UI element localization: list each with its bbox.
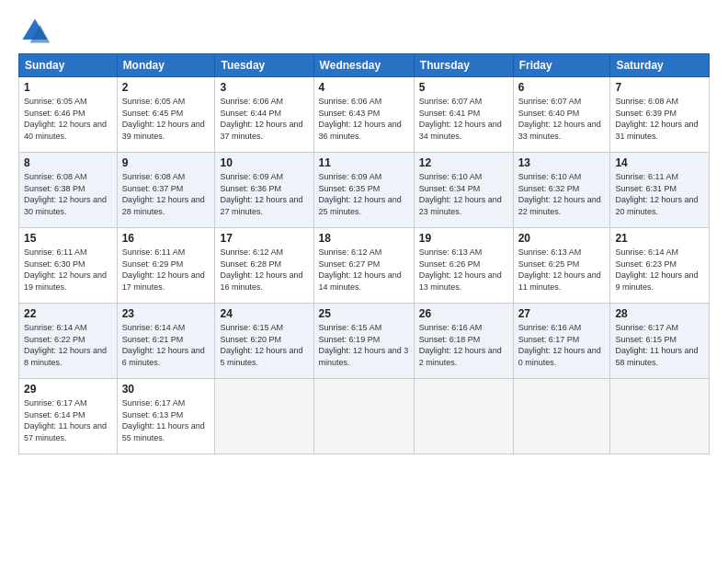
calendar-day-header: Wednesday — [313, 54, 414, 77]
calendar-day-cell: 4 Sunrise: 6:06 AMSunset: 6:43 PMDayligh… — [313, 77, 414, 153]
day-detail: Sunrise: 6:07 AMSunset: 6:41 PMDaylight:… — [419, 97, 502, 141]
calendar-day-cell: 20 Sunrise: 6:13 AMSunset: 6:25 PMDaylig… — [513, 228, 610, 304]
day-number: 15 — [24, 232, 112, 245]
day-number: 5 — [419, 81, 508, 94]
calendar-week-row: 8 Sunrise: 6:08 AMSunset: 6:38 PMDayligh… — [19, 153, 710, 228]
calendar-day-header: Monday — [117, 54, 215, 77]
day-number: 20 — [518, 232, 606, 245]
calendar-day-cell: 6 Sunrise: 6:07 AMSunset: 6:40 PMDayligh… — [513, 77, 610, 153]
day-number: 23 — [122, 307, 210, 320]
day-number: 28 — [615, 307, 704, 320]
day-detail: Sunrise: 6:16 AMSunset: 6:18 PMDaylight:… — [419, 323, 502, 367]
day-number: 17 — [220, 232, 308, 245]
calendar-day-cell: 16 Sunrise: 6:11 AMSunset: 6:29 PMDaylig… — [117, 228, 215, 304]
day-number: 7 — [615, 81, 704, 94]
calendar-day-cell: 29 Sunrise: 6:17 AMSunset: 6:14 PMDaylig… — [19, 379, 118, 454]
day-number: 27 — [518, 307, 606, 320]
day-detail: Sunrise: 6:09 AMSunset: 6:36 PMDaylight:… — [220, 172, 302, 216]
calendar-day-cell: 2 Sunrise: 6:05 AMSunset: 6:45 PMDayligh… — [117, 77, 215, 153]
calendar-day-cell: 27 Sunrise: 6:16 AMSunset: 6:17 PMDaylig… — [513, 304, 610, 379]
day-number: 9 — [122, 156, 210, 169]
day-number: 18 — [319, 232, 409, 245]
calendar-day-cell: 9 Sunrise: 6:08 AMSunset: 6:37 PMDayligh… — [117, 153, 215, 228]
calendar-day-cell: 21 Sunrise: 6:14 AMSunset: 6:23 PMDaylig… — [610, 228, 710, 304]
day-number: 1 — [24, 81, 112, 94]
calendar-day-cell: 22 Sunrise: 6:14 AMSunset: 6:22 PMDaylig… — [19, 304, 118, 379]
day-number: 16 — [122, 232, 210, 245]
page: SundayMondayTuesdayWednesdayThursdayFrid… — [0, 0, 728, 563]
day-detail: Sunrise: 6:10 AMSunset: 6:34 PMDaylight:… — [419, 172, 502, 216]
calendar-day-cell: 15 Sunrise: 6:11 AMSunset: 6:30 PMDaylig… — [19, 228, 118, 304]
day-detail: Sunrise: 6:10 AMSunset: 6:32 PMDaylight:… — [518, 172, 601, 216]
calendar-day-cell: 23 Sunrise: 6:14 AMSunset: 6:21 PMDaylig… — [117, 304, 215, 379]
day-number: 22 — [24, 307, 112, 320]
calendar-day-cell: 30 Sunrise: 6:17 AMSunset: 6:13 PMDaylig… — [117, 379, 215, 454]
calendar-day-cell: 10 Sunrise: 6:09 AMSunset: 6:36 PMDaylig… — [215, 153, 313, 228]
calendar-day-cell: 8 Sunrise: 6:08 AMSunset: 6:38 PMDayligh… — [19, 153, 118, 228]
day-number: 30 — [122, 383, 210, 396]
calendar-table: SundayMondayTuesdayWednesdayThursdayFrid… — [18, 53, 710, 454]
day-number: 6 — [518, 81, 606, 94]
calendar-day-cell — [313, 379, 414, 454]
day-detail: Sunrise: 6:08 AMSunset: 6:38 PMDaylight:… — [24, 172, 107, 216]
calendar-day-cell: 12 Sunrise: 6:10 AMSunset: 6:34 PMDaylig… — [414, 153, 513, 228]
calendar-week-row: 29 Sunrise: 6:17 AMSunset: 6:14 PMDaylig… — [19, 379, 710, 454]
day-number: 13 — [518, 156, 606, 169]
day-detail: Sunrise: 6:17 AMSunset: 6:13 PMDaylight:… — [122, 398, 205, 442]
calendar-day-cell: 13 Sunrise: 6:10 AMSunset: 6:32 PMDaylig… — [513, 153, 610, 228]
day-detail: Sunrise: 6:17 AMSunset: 6:14 PMDaylight:… — [24, 398, 107, 442]
day-detail: Sunrise: 6:15 AMSunset: 6:20 PMDaylight:… — [220, 323, 302, 367]
day-detail: Sunrise: 6:17 AMSunset: 6:15 PMDaylight:… — [615, 323, 698, 367]
day-detail: Sunrise: 6:05 AMSunset: 6:45 PMDaylight:… — [122, 97, 205, 141]
calendar-day-cell: 26 Sunrise: 6:16 AMSunset: 6:18 PMDaylig… — [414, 304, 513, 379]
day-detail: Sunrise: 6:06 AMSunset: 6:44 PMDaylight:… — [220, 97, 302, 141]
calendar-day-cell: 19 Sunrise: 6:13 AMSunset: 6:26 PMDaylig… — [414, 228, 513, 304]
day-number: 25 — [319, 307, 409, 320]
day-detail: Sunrise: 6:11 AMSunset: 6:29 PMDaylight:… — [122, 247, 205, 292]
day-number: 3 — [220, 81, 308, 94]
calendar-day-header: Tuesday — [215, 54, 313, 77]
calendar-day-cell — [215, 379, 313, 454]
day-number: 29 — [24, 383, 112, 396]
day-number: 12 — [419, 156, 508, 169]
calendar-day-cell — [513, 379, 610, 454]
calendar-day-cell — [414, 379, 513, 454]
day-detail: Sunrise: 6:13 AMSunset: 6:25 PMDaylight:… — [518, 247, 601, 292]
day-number: 11 — [319, 156, 409, 169]
calendar-day-cell: 18 Sunrise: 6:12 AMSunset: 6:27 PMDaylig… — [313, 228, 414, 304]
day-detail: Sunrise: 6:14 AMSunset: 6:22 PMDaylight:… — [24, 323, 107, 367]
day-detail: Sunrise: 6:13 AMSunset: 6:26 PMDaylight:… — [419, 247, 502, 292]
day-detail: Sunrise: 6:16 AMSunset: 6:17 PMDaylight:… — [518, 323, 601, 367]
calendar-week-row: 22 Sunrise: 6:14 AMSunset: 6:22 PMDaylig… — [19, 304, 710, 379]
calendar-day-cell: 11 Sunrise: 6:09 AMSunset: 6:35 PMDaylig… — [313, 153, 414, 228]
day-detail: Sunrise: 6:08 AMSunset: 6:39 PMDaylight:… — [615, 97, 698, 141]
day-detail: Sunrise: 6:12 AMSunset: 6:27 PMDaylight:… — [319, 247, 402, 292]
day-number: 8 — [24, 156, 112, 169]
calendar-day-cell: 14 Sunrise: 6:11 AMSunset: 6:31 PMDaylig… — [610, 153, 710, 228]
calendar-day-header: Saturday — [610, 54, 710, 77]
calendar-day-cell: 1 Sunrise: 6:05 AMSunset: 6:46 PMDayligh… — [19, 77, 118, 153]
day-number: 21 — [615, 232, 704, 245]
day-number: 4 — [319, 81, 409, 94]
day-number: 26 — [419, 307, 508, 320]
calendar-day-cell: 28 Sunrise: 6:17 AMSunset: 6:15 PMDaylig… — [610, 304, 710, 379]
day-detail: Sunrise: 6:15 AMSunset: 6:19 PMDaylight:… — [319, 323, 409, 367]
calendar-day-header: Thursday — [414, 54, 513, 77]
day-detail: Sunrise: 6:12 AMSunset: 6:28 PMDaylight:… — [220, 247, 302, 292]
calendar-day-cell — [610, 379, 710, 454]
logo — [18, 15, 57, 48]
calendar-day-cell: 25 Sunrise: 6:15 AMSunset: 6:19 PMDaylig… — [313, 304, 414, 379]
calendar-day-cell: 17 Sunrise: 6:12 AMSunset: 6:28 PMDaylig… — [215, 228, 313, 304]
logo-icon — [18, 15, 51, 48]
calendar-day-cell: 5 Sunrise: 6:07 AMSunset: 6:41 PMDayligh… — [414, 77, 513, 153]
day-detail: Sunrise: 6:09 AMSunset: 6:35 PMDaylight:… — [319, 172, 402, 216]
calendar-week-row: 15 Sunrise: 6:11 AMSunset: 6:30 PMDaylig… — [19, 228, 710, 304]
day-detail: Sunrise: 6:11 AMSunset: 6:30 PMDaylight:… — [24, 247, 107, 292]
day-detail: Sunrise: 6:14 AMSunset: 6:21 PMDaylight:… — [122, 323, 205, 367]
day-number: 14 — [615, 156, 704, 169]
calendar-header-row: SundayMondayTuesdayWednesdayThursdayFrid… — [19, 54, 710, 77]
calendar-day-header: Sunday — [19, 54, 118, 77]
calendar-day-cell: 24 Sunrise: 6:15 AMSunset: 6:20 PMDaylig… — [215, 304, 313, 379]
day-detail: Sunrise: 6:07 AMSunset: 6:40 PMDaylight:… — [518, 97, 601, 141]
calendar-day-header: Friday — [513, 54, 610, 77]
